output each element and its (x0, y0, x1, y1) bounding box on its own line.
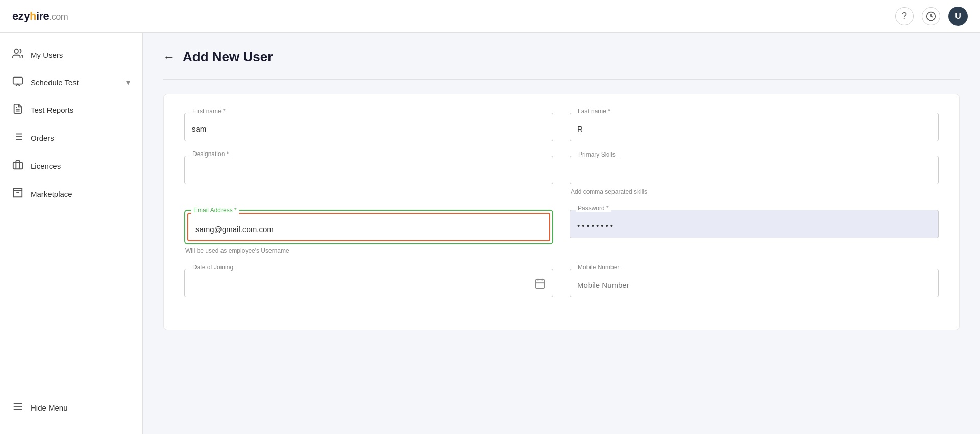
designation-label: Designation * (190, 150, 231, 158)
date-of-joining-input[interactable] (184, 269, 553, 297)
orders-icon (12, 131, 23, 145)
date-of-joining-label: Date of Joining (190, 264, 235, 271)
primary-skills-box[interactable]: Primary Skills (570, 156, 939, 184)
sidebar-label-marketplace: Marketplace (31, 190, 72, 198)
email-group: Email Address * Will be used as employee… (184, 210, 553, 254)
history-icon[interactable] (922, 7, 940, 25)
sidebar-label-orders: Orders (31, 134, 54, 142)
svg-rect-11 (13, 162, 22, 169)
logo: ezyhire.com (12, 10, 68, 23)
sidebar: My Users Schedule Test ▾ Test Reports (0, 33, 143, 434)
primary-skills-label: Primary Skills (576, 151, 618, 158)
logo-ezy: ezy (12, 10, 30, 22)
sidebar-item-test-reports[interactable]: Test Reports (0, 96, 142, 124)
chevron-down-icon: ▾ (126, 78, 130, 87)
sidebar-label-my-users: My Users (31, 50, 63, 59)
email-password-row: Email Address * Will be used as employee… (184, 210, 939, 254)
app-layout: My Users Schedule Test ▾ Test Reports (0, 33, 980, 434)
hide-menu-button[interactable]: Hide Menu (0, 394, 142, 422)
logo-hire: h (30, 10, 36, 22)
header: ezyhire.com ? U (0, 0, 980, 33)
email-inner (187, 213, 550, 241)
page-header: ← Add New User (163, 49, 960, 65)
email-input[interactable] (188, 214, 549, 240)
my-users-icon (12, 48, 23, 62)
svg-point-1 (15, 49, 18, 53)
password-input[interactable] (570, 210, 939, 238)
mobile-number-group: Mobile Number (570, 269, 939, 297)
main-content: ← Add New User First name * Last name * (143, 33, 980, 434)
designation-group: Designation * (184, 156, 553, 195)
designation-input[interactable] (184, 156, 553, 184)
password-group: Password * (570, 210, 939, 254)
page-title: Add New User (183, 49, 273, 65)
test-reports-icon (12, 103, 23, 117)
primary-skills-group: Primary Skills Add comma separated skill… (570, 156, 939, 195)
first-name-input[interactable] (184, 113, 553, 141)
hide-menu-label: Hide Menu (31, 403, 68, 412)
sidebar-item-orders[interactable]: Orders (0, 124, 142, 152)
last-name-group: Last name * (570, 113, 939, 141)
designation-skills-row: Designation * Primary Skills Add comma s… (184, 156, 939, 195)
sidebar-item-schedule-test[interactable]: Schedule Test ▾ (0, 69, 142, 96)
sidebar-item-licences[interactable]: Licences (0, 152, 142, 180)
email-container: Email Address * (184, 210, 553, 244)
licences-icon (12, 159, 23, 173)
first-name-label: First name * (190, 108, 228, 115)
last-name-label: Last name * (576, 108, 612, 115)
sidebar-label-test-reports: Test Reports (31, 106, 74, 114)
password-label: Password * (576, 205, 611, 212)
add-user-form: First name * Last name * Designation * P… (163, 94, 960, 330)
hide-menu-icon (12, 401, 23, 415)
sidebar-label-schedule-test: Schedule Test (31, 78, 79, 87)
svg-rect-2 (13, 78, 22, 84)
svg-rect-15 (536, 279, 545, 288)
logo-hire2: ire (36, 10, 49, 22)
date-of-joining-group: Date of Joining (184, 269, 553, 297)
sidebar-item-marketplace[interactable]: Marketplace (0, 180, 142, 208)
page-divider (163, 79, 960, 80)
header-right: ? U (895, 7, 968, 26)
mobile-number-input[interactable] (570, 269, 939, 297)
email-label: Email Address * (191, 207, 239, 214)
user-avatar[interactable]: U (948, 7, 968, 26)
marketplace-icon (12, 187, 23, 201)
logo-com: .com (49, 12, 68, 22)
sidebar-nav: My Users Schedule Test ▾ Test Reports (0, 41, 142, 394)
help-icon[interactable]: ? (895, 7, 914, 25)
skills-hint: Add comma separated skills (570, 188, 939, 195)
sidebar-bottom: Hide Menu (0, 394, 142, 426)
name-row: First name * Last name * (184, 113, 939, 141)
last-name-input[interactable] (570, 113, 939, 141)
email-hint: Will be used as employee's Username (184, 247, 553, 254)
schedule-test-icon (12, 76, 23, 89)
mobile-number-label: Mobile Number (576, 264, 621, 271)
sidebar-item-my-users[interactable]: My Users (0, 41, 142, 69)
back-button[interactable]: ← (163, 52, 175, 63)
calendar-icon (534, 278, 546, 292)
sidebar-label-licences: Licences (31, 162, 61, 170)
date-mobile-row: Date of Joining Mobile Number (184, 269, 939, 297)
first-name-group: First name * (184, 113, 553, 141)
